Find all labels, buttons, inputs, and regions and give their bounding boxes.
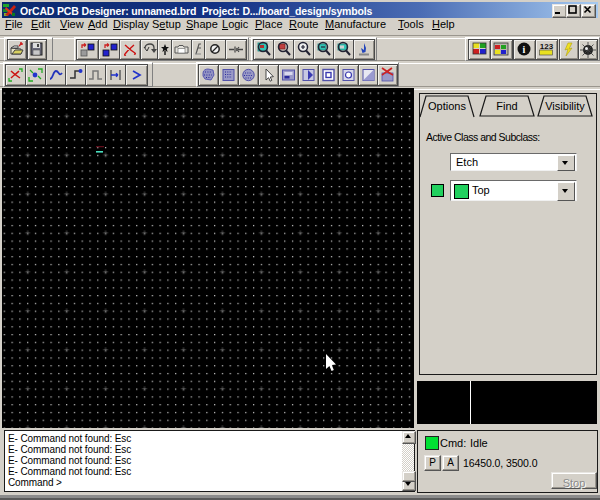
svg-text:Find: Find bbox=[496, 100, 517, 112]
svg-text:Visibility: Visibility bbox=[545, 100, 585, 112]
svg-text:Options: Options bbox=[428, 100, 466, 112]
svg-text:i: i bbox=[523, 44, 526, 55]
